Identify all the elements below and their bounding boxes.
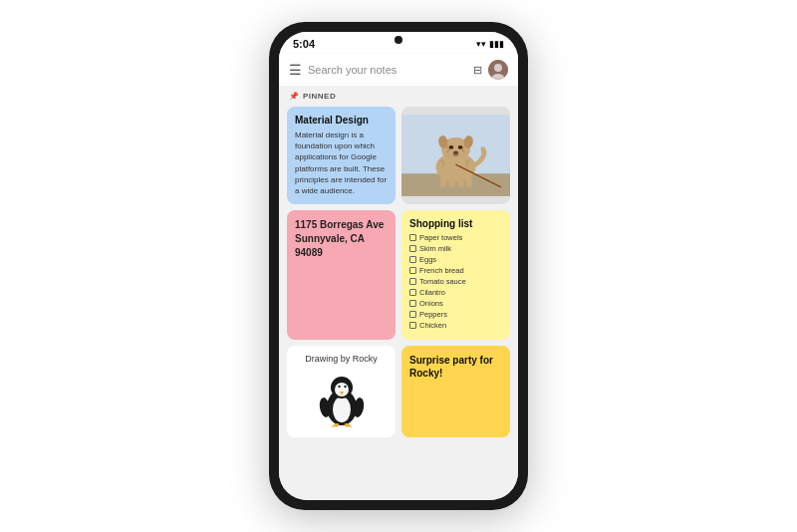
material-design-body: Material design is a foundation upon whi…: [295, 130, 388, 196]
search-bar[interactable]: ☰ Search your notes ⊟: [279, 54, 518, 86]
search-right-icons: ⊟: [473, 60, 508, 80]
pinned-header: 📌 PINNED: [287, 92, 510, 101]
svg-rect-13: [448, 176, 454, 187]
svg-point-23: [338, 386, 340, 388]
pinned-label: PINNED: [303, 92, 336, 101]
shopping-item: Chicken: [409, 321, 502, 330]
shopping-item: Tomato sauce: [409, 277, 502, 286]
drawing-title: Drawing by Rocky: [295, 354, 388, 364]
svg-rect-14: [457, 176, 463, 187]
svg-point-8: [458, 145, 463, 149]
shopping-item: French bread: [409, 266, 502, 275]
penguin-svg: [312, 370, 372, 429]
note-drawing[interactable]: Drawing by Rocky: [287, 346, 396, 437]
shopping-item: Skim milk: [409, 244, 502, 253]
shopping-item: Peppers: [409, 310, 502, 319]
camera-dot: [395, 36, 402, 44]
note-party[interactable]: Surprise party for Rocky!: [401, 346, 510, 437]
shopping-item: Eggs: [409, 255, 502, 264]
checkbox[interactable]: [409, 234, 416, 241]
checkbox[interactable]: [409, 256, 416, 263]
notes-first-row: Material Design Material design is a fou…: [287, 107, 510, 204]
svg-rect-15: [465, 176, 471, 187]
party-title: Surprise party for Rocky!: [409, 354, 502, 380]
signal-icon: ▮▮▮: [489, 39, 504, 49]
avatar[interactable]: [488, 60, 508, 80]
address-body: 1175 Borregas Ave Sunnyvale, CA 94089: [295, 218, 388, 260]
content-area: 📌 PINNED Material Design Material design…: [279, 86, 518, 500]
dog-photo-svg: [401, 107, 510, 204]
checkbox[interactable]: [409, 278, 416, 285]
shopping-title: Shopping list: [409, 218, 502, 229]
shopping-item: Onions: [409, 299, 502, 308]
svg-rect-12: [440, 176, 446, 187]
note-address[interactable]: 1175 Borregas Ave Sunnyvale, CA 94089: [287, 210, 396, 340]
note-material-design[interactable]: Material Design Material design is a fou…: [287, 107, 396, 204]
shopping-item: Paper towels: [409, 233, 502, 242]
svg-point-9: [453, 151, 458, 155]
note-dog-photo[interactable]: [401, 107, 510, 204]
material-design-title: Material Design: [295, 115, 388, 126]
menu-icon[interactable]: ☰: [289, 62, 302, 78]
svg-point-1: [494, 64, 502, 72]
notes-second-row: 1175 Borregas Ave Sunnyvale, CA 94089 Sh…: [287, 210, 510, 340]
shopping-items: Paper towels Skim milk Eggs French bread…: [409, 233, 502, 330]
checkbox[interactable]: [409, 245, 416, 252]
phone-screen: 5:04 ▾▾ ▮▮▮ ☰ Search your notes ⊟: [279, 32, 518, 500]
note-shopping-list[interactable]: Shopping list Paper towels Skim milk Egg…: [401, 210, 510, 340]
svg-point-18: [333, 397, 351, 422]
wifi-icon: ▾▾: [476, 39, 486, 49]
pin-icon: 📌: [289, 92, 299, 101]
shopping-item: Cilantro: [409, 288, 502, 297]
status-time: 5:04: [293, 38, 315, 50]
search-input-placeholder[interactable]: Search your notes: [308, 64, 467, 76]
grid-layout-icon[interactable]: ⊟: [473, 64, 482, 77]
svg-point-7: [449, 145, 454, 149]
checkbox[interactable]: [409, 267, 416, 274]
checkbox[interactable]: [409, 300, 416, 307]
checkbox[interactable]: [409, 322, 416, 329]
checkbox[interactable]: [409, 311, 416, 318]
status-icons: ▾▾ ▮▮▮: [476, 39, 504, 49]
svg-point-24: [344, 386, 346, 388]
phone-device: 5:04 ▾▾ ▮▮▮ ☰ Search your notes ⊟: [269, 22, 528, 510]
checkbox[interactable]: [409, 289, 416, 296]
notes-third-row: Drawing by Rocky: [287, 346, 510, 437]
